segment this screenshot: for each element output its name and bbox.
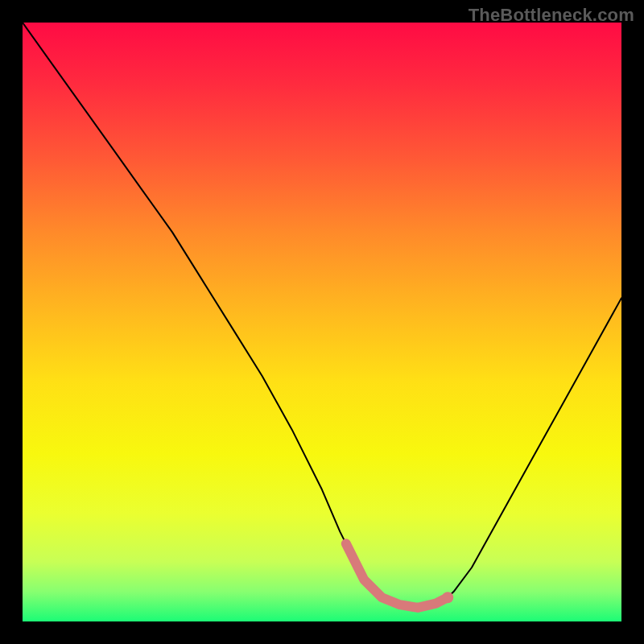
chart-svg [23, 23, 621, 621]
chart-frame: TheBottleneck.com [0, 0, 644, 644]
plot-area [23, 23, 621, 621]
gradient-background [23, 23, 621, 621]
optimal-end-dot [442, 592, 453, 603]
